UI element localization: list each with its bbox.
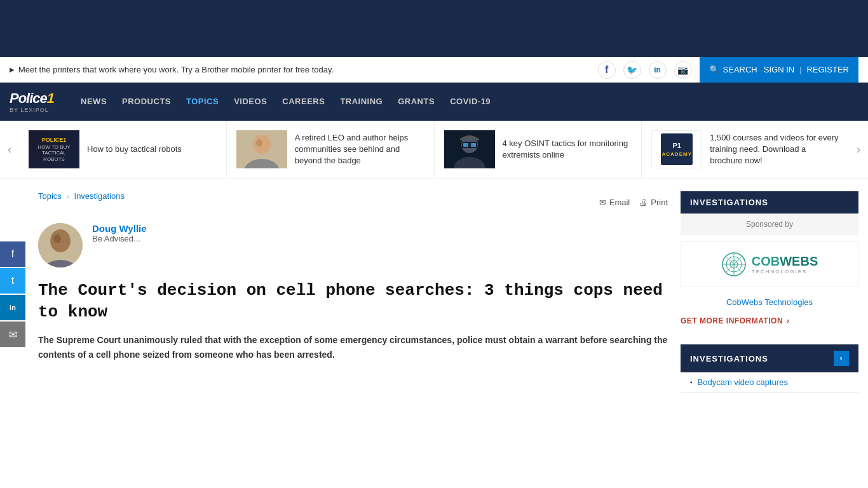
- article-title: The Court's decision on cell phone searc…: [38, 280, 668, 323]
- carousel-text-leo: A retired LEO and author helps communiti…: [295, 132, 424, 167]
- nav-item-topics[interactable]: TOPICS: [179, 83, 226, 121]
- nav-link-grants[interactable]: GRANTS: [390, 83, 442, 121]
- facebook-social-icon[interactable]: f: [598, 61, 616, 79]
- svg-rect-8: [463, 143, 468, 147]
- nav-link-videos[interactable]: VIDEOS: [226, 83, 275, 121]
- webs-text: WEBS: [780, 254, 818, 269]
- social-sidebar-email[interactable]: ✉: [0, 322, 25, 347]
- nav-bar: Police1 BY LEXIPOL NEWS PRODUCTS TOPICS …: [0, 83, 868, 121]
- sidebar-list-link[interactable]: Bodycam video captures: [698, 377, 788, 387]
- carousel-text-academy: 1,500 courses and videos for every train…: [710, 132, 839, 167]
- search-area[interactable]: 🔍 SEARCH: [709, 65, 757, 74]
- print-icon: 🖨: [639, 198, 648, 207]
- twitter-social-icon[interactable]: 🐦: [623, 61, 641, 79]
- sponsor-link[interactable]: CobWebs Technologies: [681, 294, 858, 310]
- logo-byline: BY LEXIPOL: [10, 107, 54, 113]
- carousel-next[interactable]: ›: [849, 143, 868, 156]
- sidebar-sponsor-logo[interactable]: COB WEBS TECHNOLOGIES: [681, 241, 858, 287]
- sidebar-investigations-list-title: INVESTIGATIONS: [690, 354, 768, 363]
- nav-item-grants[interactable]: GRANTS: [390, 83, 442, 121]
- carousel-text-osint: 4 key OSINT tactics for monitoring extre…: [503, 138, 632, 161]
- technologies-text: TECHNOLOGIES: [752, 269, 818, 274]
- nav-item-careers[interactable]: CAREERS: [275, 83, 332, 121]
- logo-1: 1: [47, 90, 54, 106]
- search-label: SEARCH: [723, 65, 757, 74]
- sidebar-investigations-list-header: INVESTIGATIONS ›: [681, 344, 858, 372]
- author-title: Be Advised...: [92, 234, 147, 243]
- svg-point-3: [256, 139, 262, 147]
- carousel-prev[interactable]: ‹: [0, 143, 19, 156]
- email-icon: ✉: [599, 198, 606, 207]
- hacker-thumb: [444, 130, 495, 168]
- email-action[interactable]: ✉ Email: [599, 198, 630, 207]
- breadcrumb-row: Topics › Investigations ✉ Email 🖨 Print: [38, 191, 668, 214]
- carousel-text-tactical: How to buy tactical robots: [87, 144, 182, 155]
- author-row: Doug Wyllie Be Advised...: [38, 223, 668, 268]
- social-icons-bar: f 🐦 in 📷: [598, 61, 692, 79]
- search-icon: 🔍: [709, 65, 719, 74]
- breadcrumb-investigations[interactable]: Investigations: [74, 191, 125, 201]
- linkedin-social-icon[interactable]: in: [649, 61, 667, 79]
- logo-police: Police: [10, 90, 47, 106]
- play-icon: ▶: [10, 66, 15, 73]
- get-info-label: GET MORE INFORMATION: [681, 316, 783, 325]
- auth-links: SIGN IN | REGISTER: [764, 65, 849, 74]
- article-intro: The Supreme Court unanimously ruled that…: [38, 333, 668, 363]
- carousel-item-osint[interactable]: 4 key OSINT tactics for monitoring extre…: [435, 121, 642, 178]
- nav-link-covid[interactable]: COVID-19: [442, 83, 498, 121]
- author-name[interactable]: Doug Wyllie: [92, 223, 147, 234]
- carousel-item-leo[interactable]: A retired LEO and author helps communiti…: [227, 121, 435, 178]
- sidebar-investigations-list: INVESTIGATIONS › Bodycam video captures: [681, 344, 858, 393]
- sign-in-link[interactable]: SIGN IN: [764, 65, 794, 74]
- nav-link-news[interactable]: NEWS: [73, 83, 114, 121]
- nav-links: NEWS PRODUCTS TOPICS VIDEOS CAREERS TRAI…: [73, 83, 498, 121]
- nav-item-videos[interactable]: VIDEOS: [226, 83, 275, 121]
- email-label: Email: [609, 198, 630, 207]
- nav-item-covid[interactable]: COVID-19: [442, 83, 498, 121]
- sidebar-investigations-list-arrow[interactable]: ›: [834, 351, 849, 366]
- get-info-arrow: ›: [787, 316, 790, 325]
- sidebar-investigations-title: INVESTIGATIONS: [681, 191, 858, 214]
- announcement-bar: ▶ Meet the printers that work where you …: [0, 57, 868, 83]
- cob-text: COB: [752, 254, 780, 269]
- nav-item-news[interactable]: NEWS: [73, 83, 114, 121]
- instagram-social-icon[interactable]: 📷: [674, 61, 692, 79]
- get-info-button[interactable]: GET MORE INFORMATION ›: [681, 313, 858, 329]
- register-link[interactable]: REGISTER: [807, 65, 849, 74]
- nav-item-products[interactable]: PRODUCTS: [114, 83, 179, 121]
- social-sidebar: f t in ✉: [0, 241, 25, 348]
- nav-link-training[interactable]: TRAINING: [332, 83, 390, 121]
- leo-thumb: [236, 130, 287, 168]
- cobwebs-link[interactable]: CobWebs Technologies: [726, 297, 813, 307]
- nav-link-topics[interactable]: TOPICS: [179, 83, 226, 121]
- breadcrumb-topics[interactable]: Topics: [38, 191, 62, 201]
- logo-area[interactable]: Police1 BY LEXIPOL: [10, 90, 54, 113]
- auth-area: 🔍 SEARCH SIGN IN | REGISTER: [700, 57, 858, 83]
- carousel-item-tactical[interactable]: POLICE1 HOW TO BUYTACTICAL ROBOTS How to…: [19, 121, 227, 178]
- sidebar-list-item[interactable]: Bodycam video captures: [681, 372, 858, 393]
- announcement-text-area: ▶ Meet the printers that work where you …: [10, 65, 334, 74]
- announcement-text: Meet the printers that work where you wo…: [18, 65, 334, 74]
- author-avatar[interactable]: [38, 223, 83, 268]
- article-actions: ✉ Email 🖨 Print: [599, 198, 668, 207]
- carousel-item-academy[interactable]: P1ACADEMY 1,500 courses and videos for e…: [642, 121, 849, 178]
- breadcrumb: Topics › Investigations: [38, 191, 125, 201]
- print-action[interactable]: 🖨 Print: [639, 198, 668, 207]
- carousel-items: POLICE1 HOW TO BUYTACTICAL ROBOTS How to…: [19, 121, 849, 178]
- nav-link-careers[interactable]: CAREERS: [275, 83, 332, 121]
- top-banner: [0, 0, 868, 57]
- carousel: ‹ POLICE1 HOW TO BUYTACTICAL ROBOTS How …: [0, 121, 868, 179]
- svg-rect-9: [471, 143, 476, 147]
- cobwebs-text-area: COB WEBS TECHNOLOGIES: [752, 254, 818, 274]
- auth-divider: |: [799, 65, 801, 74]
- academy-logo: P1ACADEMY: [661, 133, 693, 165]
- nav-link-products[interactable]: PRODUCTS: [114, 83, 179, 121]
- sidebar-sponsored-label: Sponsored by: [681, 214, 858, 235]
- tactical-thumb: POLICE1 HOW TO BUYTACTICAL ROBOTS: [29, 130, 79, 168]
- print-label: Print: [651, 198, 668, 207]
- breadcrumb-separator: ›: [67, 193, 69, 200]
- nav-item-training[interactable]: TRAINING: [332, 83, 390, 121]
- social-sidebar-facebook[interactable]: f: [0, 241, 25, 267]
- social-sidebar-linkedin[interactable]: in: [0, 295, 25, 320]
- social-sidebar-twitter[interactable]: t: [0, 268, 25, 294]
